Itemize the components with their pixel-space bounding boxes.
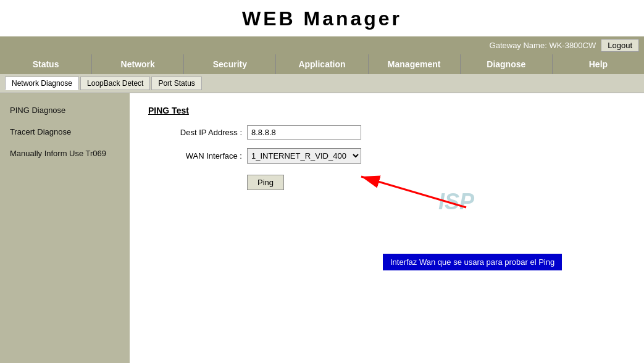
nav-help[interactable]: Help [553, 54, 644, 74]
sidebar-item-tracert-diagnose[interactable]: Tracert Diagnose [0, 121, 130, 143]
subnav-loopback-detect[interactable]: LoopBack Detect [80, 77, 150, 90]
top-bar: Gateway Name: WK-3800CW Logout [0, 36, 644, 54]
main-layout: PING Diagnose Tracert Diagnose Manually … [0, 93, 644, 363]
isp-watermark: ISP [438, 189, 474, 215]
subnav-port-status[interactable]: Port Status [151, 77, 201, 90]
page-title: WEB Manager [0, 0, 644, 36]
dest-ip-input[interactable] [247, 125, 361, 140]
gateway-name: Gateway Name: WK-3800CW [490, 41, 596, 50]
nav-diagnose[interactable]: Diagnose [461, 54, 553, 74]
nav-status[interactable]: Status [0, 54, 92, 74]
dest-ip-label: Dest IP Address : [148, 128, 247, 137]
main-nav: Status Network Security Application Mana… [0, 54, 644, 74]
wan-tooltip: Interfaz Wan que se usara para probar el… [383, 254, 562, 270]
sidebar-item-manually-inform[interactable]: Manually Inform Use Tr069 [0, 143, 130, 164]
content-area: PING Test Dest IP Address : WAN Interfac… [130, 93, 644, 363]
dest-ip-row: Dest IP Address : [148, 125, 625, 140]
nav-application[interactable]: Application [276, 54, 368, 74]
ping-button[interactable]: Ping [247, 175, 284, 190]
sub-nav: Network Diagnose LoopBack Detect Port St… [0, 74, 644, 93]
section-title: PING Test [148, 106, 625, 115]
nav-management[interactable]: Management [369, 54, 461, 74]
sidebar-item-ping-diagnose[interactable]: PING Diagnose [0, 99, 130, 121]
logout-button[interactable]: Logout [601, 39, 639, 52]
ping-button-row: Ping [148, 172, 625, 190]
sidebar: PING Diagnose Tracert Diagnose Manually … [0, 93, 130, 363]
wan-interface-select[interactable]: 1_INTERNET_R_VID_400 [247, 148, 361, 164]
wan-interface-row: WAN Interface : 1_INTERNET_R_VID_400 [148, 148, 625, 164]
wan-interface-label: WAN Interface : [148, 151, 247, 161]
subnav-network-diagnose[interactable]: Network Diagnose [5, 77, 79, 90]
nav-security[interactable]: Security [184, 54, 276, 74]
nav-network[interactable]: Network [92, 54, 184, 74]
